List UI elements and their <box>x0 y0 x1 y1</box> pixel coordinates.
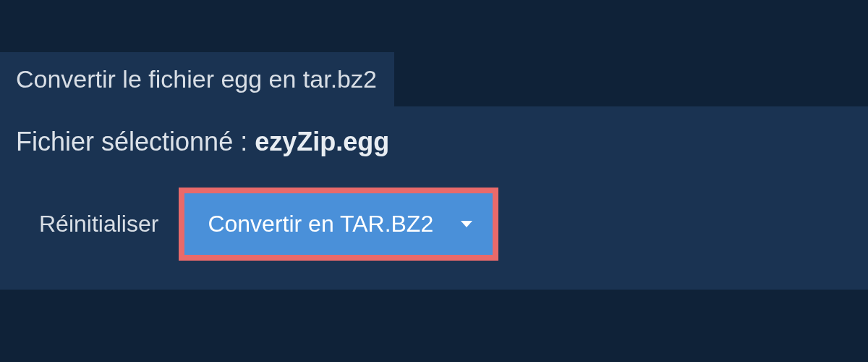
main-panel: Fichier sélectionné : ezyZip.egg Réiniti… <box>0 106 868 290</box>
selected-file-name: ezyZip.egg <box>255 127 389 156</box>
reset-button[interactable]: Réinitialiser <box>39 211 158 237</box>
convert-button[interactable]: Convertir en TAR.BZ2 <box>184 193 493 255</box>
selected-file-text: Fichier sélectionné : ezyZip.egg <box>16 127 852 157</box>
action-button-row: Réinitialiser Convertir en TAR.BZ2 <box>16 188 852 261</box>
reset-button-label: Réinitialiser <box>39 211 158 237</box>
convert-button-highlight: Convertir en TAR.BZ2 <box>179 188 498 261</box>
selected-file-prefix: Fichier sélectionné : <box>16 127 255 156</box>
tab-convert-egg-tarbz2[interactable]: Convertir le fichier egg en tar.bz2 <box>0 52 394 106</box>
tab-label: Convertir le fichier egg en tar.bz2 <box>16 65 377 93</box>
chevron-down-icon <box>461 221 472 227</box>
tab-bar: Convertir le fichier egg en tar.bz2 <box>0 0 868 106</box>
convert-button-label: Convertir en TAR.BZ2 <box>208 211 433 237</box>
